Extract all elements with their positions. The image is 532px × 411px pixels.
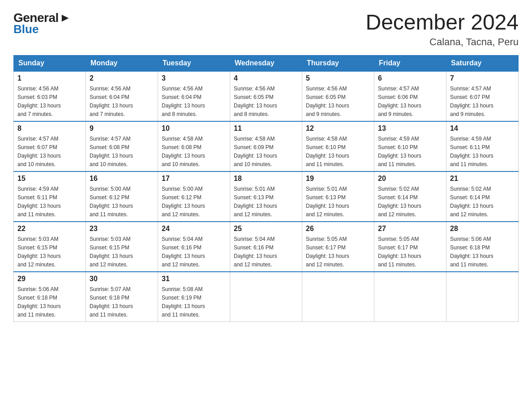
title-section: December 2024 Calana, Tacna, Peru: [365, 11, 519, 48]
day-info: Sunrise: 5:02 AMSunset: 6:14 PMDaylight:…: [378, 186, 421, 218]
day-info: Sunrise: 4:58 AMSunset: 6:09 PMDaylight:…: [234, 136, 277, 167]
day-number: 9: [90, 124, 154, 133]
day-number: 18: [234, 175, 298, 183]
day-number: 22: [17, 225, 82, 233]
day-number: 7: [450, 74, 515, 82]
day-number: 23: [90, 225, 154, 233]
calendar-cell: 6 Sunrise: 4:57 AMSunset: 6:06 PMDayligh…: [374, 71, 446, 121]
day-info: Sunrise: 4:59 AMSunset: 6:11 PMDaylight:…: [450, 136, 493, 167]
day-number: 26: [306, 225, 370, 233]
day-number: 17: [162, 175, 226, 183]
day-info: Sunrise: 5:01 AMSunset: 6:13 PMDaylight:…: [306, 186, 349, 218]
calendar-cell: 24 Sunrise: 5:04 AMSunset: 6:16 PMDaylig…: [158, 222, 230, 272]
day-info: Sunrise: 5:03 AMSunset: 6:15 PMDaylight:…: [90, 236, 133, 268]
day-info: Sunrise: 5:01 AMSunset: 6:13 PMDaylight:…: [234, 186, 277, 218]
calendar-cell: 20 Sunrise: 5:02 AMSunset: 6:14 PMDaylig…: [374, 171, 446, 222]
calendar-cell: 4 Sunrise: 4:56 AMSunset: 6:05 PMDayligh…: [230, 71, 302, 121]
calendar-cell: 14 Sunrise: 4:59 AMSunset: 6:11 PMDaylig…: [446, 121, 519, 171]
day-number: 15: [17, 175, 82, 183]
day-number: 24: [162, 225, 226, 233]
calendar-cell: 10 Sunrise: 4:58 AMSunset: 6:08 PMDaylig…: [158, 121, 230, 171]
week-row-4: 22 Sunrise: 5:03 AMSunset: 6:15 PMDaylig…: [14, 222, 519, 272]
day-info: Sunrise: 5:05 AMSunset: 6:17 PMDaylight:…: [378, 236, 421, 268]
day-info: Sunrise: 4:56 AMSunset: 6:04 PMDaylight:…: [162, 86, 205, 117]
day-info: Sunrise: 5:06 AMSunset: 6:18 PMDaylight:…: [17, 286, 61, 318]
calendar-cell: 5 Sunrise: 4:56 AMSunset: 6:05 PMDayligh…: [302, 71, 374, 121]
calendar-cell: 16 Sunrise: 5:00 AMSunset: 6:12 PMDaylig…: [86, 171, 158, 222]
calendar-cell: 1 Sunrise: 4:56 AMSunset: 6:03 PMDayligh…: [14, 71, 86, 121]
day-info: Sunrise: 5:04 AMSunset: 6:16 PMDaylight:…: [234, 236, 277, 268]
day-number: 28: [450, 225, 515, 233]
day-number: 27: [378, 225, 442, 233]
day-number: 25: [234, 225, 298, 233]
month-title: December 2024: [365, 11, 519, 34]
day-info: Sunrise: 5:04 AMSunset: 6:16 PMDaylight:…: [162, 236, 205, 268]
calendar-cell: 26 Sunrise: 5:05 AMSunset: 6:17 PMDaylig…: [302, 222, 374, 272]
day-info: Sunrise: 5:05 AMSunset: 6:17 PMDaylight:…: [306, 236, 349, 268]
day-number: 11: [234, 124, 298, 133]
calendar-cell: 12 Sunrise: 4:58 AMSunset: 6:10 PMDaylig…: [302, 121, 374, 171]
day-number: 3: [162, 74, 226, 82]
day-info: Sunrise: 4:56 AMSunset: 6:03 PMDaylight:…: [17, 86, 61, 117]
week-row-2: 8 Sunrise: 4:57 AMSunset: 6:07 PMDayligh…: [14, 121, 519, 171]
weekday-header-monday: Monday: [86, 55, 158, 71]
weekday-header-sunday: Sunday: [14, 55, 86, 71]
calendar-cell: 2 Sunrise: 4:56 AMSunset: 6:04 PMDayligh…: [86, 71, 158, 121]
day-info: Sunrise: 5:07 AMSunset: 6:18 PMDaylight:…: [90, 286, 133, 318]
calendar-cell: 29 Sunrise: 5:06 AMSunset: 6:18 PMDaylig…: [14, 272, 86, 322]
day-info: Sunrise: 4:57 AMSunset: 6:06 PMDaylight:…: [378, 86, 421, 117]
logo-blue: Blue: [13, 22, 71, 36]
day-number: 29: [17, 275, 82, 283]
calendar-cell: 25 Sunrise: 5:04 AMSunset: 6:16 PMDaylig…: [230, 222, 302, 272]
day-info: Sunrise: 5:08 AMSunset: 6:19 PMDaylight:…: [162, 286, 205, 318]
calendar-cell: 7 Sunrise: 4:57 AMSunset: 6:07 PMDayligh…: [446, 71, 519, 121]
calendar-cell: 28 Sunrise: 5:06 AMSunset: 6:18 PMDaylig…: [446, 222, 519, 272]
day-number: 20: [378, 175, 442, 183]
calendar-cell: [302, 272, 374, 322]
day-info: Sunrise: 4:56 AMSunset: 6:05 PMDaylight:…: [234, 86, 277, 117]
calendar-cell: 30 Sunrise: 5:07 AMSunset: 6:18 PMDaylig…: [86, 272, 158, 322]
calendar-cell: 3 Sunrise: 4:56 AMSunset: 6:04 PMDayligh…: [158, 71, 230, 121]
day-info: Sunrise: 5:00 AMSunset: 6:12 PMDaylight:…: [162, 186, 205, 218]
day-number: 10: [162, 124, 226, 133]
weekday-header-friday: Friday: [374, 55, 446, 71]
weekday-header-thursday: Thursday: [302, 55, 374, 71]
calendar-cell: 18 Sunrise: 5:01 AMSunset: 6:13 PMDaylig…: [230, 171, 302, 222]
day-info: Sunrise: 4:56 AMSunset: 6:04 PMDaylight:…: [90, 86, 133, 117]
weekday-header-wednesday: Wednesday: [230, 55, 302, 71]
calendar-table: SundayMondayTuesdayWednesdayThursdayFrid…: [13, 55, 519, 322]
day-info: Sunrise: 5:06 AMSunset: 6:18 PMDaylight:…: [450, 236, 493, 268]
day-number: 14: [450, 124, 515, 133]
calendar-cell: 15 Sunrise: 4:59 AMSunset: 6:11 PMDaylig…: [14, 171, 86, 222]
calendar-cell: 8 Sunrise: 4:57 AMSunset: 6:07 PMDayligh…: [14, 121, 86, 171]
day-number: 31: [162, 275, 226, 283]
calendar-cell: 9 Sunrise: 4:57 AMSunset: 6:08 PMDayligh…: [86, 121, 158, 171]
day-info: Sunrise: 4:57 AMSunset: 6:07 PMDaylight:…: [17, 136, 61, 167]
day-number: 19: [306, 175, 370, 183]
calendar-cell: 23 Sunrise: 5:03 AMSunset: 6:15 PMDaylig…: [86, 222, 158, 272]
location: Calana, Tacna, Peru: [365, 36, 519, 48]
calendar-cell: 11 Sunrise: 4:58 AMSunset: 6:09 PMDaylig…: [230, 121, 302, 171]
day-info: Sunrise: 4:58 AMSunset: 6:08 PMDaylight:…: [162, 136, 205, 167]
day-info: Sunrise: 4:56 AMSunset: 6:05 PMDaylight:…: [306, 86, 349, 117]
weekday-header-row: SundayMondayTuesdayWednesdayThursdayFrid…: [14, 55, 519, 71]
page-header: General ► Blue December 2024 Calana, Tac…: [13, 11, 519, 48]
week-row-1: 1 Sunrise: 4:56 AMSunset: 6:03 PMDayligh…: [14, 71, 519, 121]
logo: General ► Blue: [13, 11, 71, 36]
day-number: 12: [306, 124, 370, 133]
day-info: Sunrise: 4:59 AMSunset: 6:11 PMDaylight:…: [17, 186, 61, 218]
weekday-header-saturday: Saturday: [446, 55, 519, 71]
calendar-cell: [374, 272, 446, 322]
week-row-3: 15 Sunrise: 4:59 AMSunset: 6:11 PMDaylig…: [14, 171, 519, 222]
calendar-cell: 22 Sunrise: 5:03 AMSunset: 6:15 PMDaylig…: [14, 222, 86, 272]
day-number: 1: [17, 74, 82, 82]
day-number: 30: [90, 275, 154, 283]
day-number: 6: [378, 74, 442, 82]
day-number: 5: [306, 74, 370, 82]
week-row-5: 29 Sunrise: 5:06 AMSunset: 6:18 PMDaylig…: [14, 272, 519, 322]
day-info: Sunrise: 4:57 AMSunset: 6:08 PMDaylight:…: [90, 136, 133, 167]
day-number: 4: [234, 74, 298, 82]
calendar-cell: 21 Sunrise: 5:02 AMSunset: 6:14 PMDaylig…: [446, 171, 519, 222]
calendar-cell: 19 Sunrise: 5:01 AMSunset: 6:13 PMDaylig…: [302, 171, 374, 222]
day-info: Sunrise: 4:59 AMSunset: 6:10 PMDaylight:…: [378, 136, 421, 167]
